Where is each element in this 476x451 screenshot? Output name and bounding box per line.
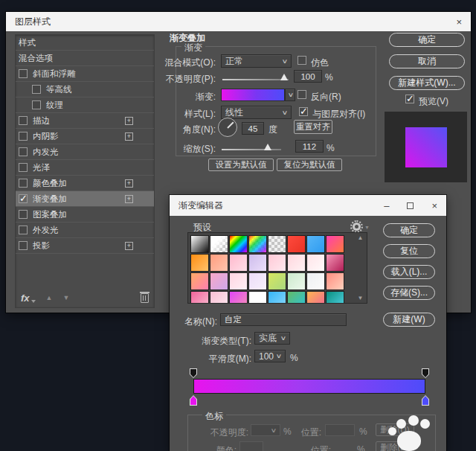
gradient-preset-swatch[interactable] xyxy=(306,235,325,253)
gradient-preset-swatch[interactable] xyxy=(326,291,344,304)
gradient-preset-swatch[interactable] xyxy=(229,254,248,272)
gradient-preset-swatch[interactable] xyxy=(248,272,267,290)
gradient-preset-swatch[interactable] xyxy=(210,272,228,290)
move-down-icon[interactable]: ▼ xyxy=(62,294,69,301)
ok-button[interactable]: 确定 xyxy=(383,223,435,237)
ok-button[interactable]: 确定 xyxy=(389,33,465,47)
gradient-preset-swatch[interactable] xyxy=(248,235,267,253)
plus-icon[interactable]: + xyxy=(125,179,133,188)
checkbox[interactable] xyxy=(19,179,28,188)
gradient-preset-swatch[interactable] xyxy=(190,272,209,290)
checkbox[interactable] xyxy=(19,241,28,250)
gradient-editor-titlebar[interactable]: 渐变编辑器 – × xyxy=(170,195,446,216)
sidebar-item-outer-glow[interactable]: 外发光 xyxy=(16,223,154,238)
preset-scrollbar[interactable]: ▲ ▼ xyxy=(356,234,365,301)
sidebar-item-satin[interactable]: 光泽 xyxy=(16,160,154,176)
sidebar-item-color-overlay[interactable]: 颜色叠加 + xyxy=(16,176,154,191)
minimize-icon[interactable]: – xyxy=(384,201,389,211)
checkbox[interactable] xyxy=(19,210,28,219)
checkbox[interactable] xyxy=(19,116,28,125)
scale-value[interactable]: 112 xyxy=(295,140,324,153)
checkbox[interactable] xyxy=(32,85,41,94)
set-default-button[interactable]: 设置为默认值 xyxy=(208,159,274,171)
move-up-icon[interactable]: ▲ xyxy=(46,294,53,301)
gradient-preset-swatch[interactable] xyxy=(268,254,286,272)
plus-icon[interactable]: + xyxy=(125,242,133,250)
gradient-preset-swatch[interactable] xyxy=(248,291,267,304)
gradient-bar[interactable] xyxy=(193,379,425,394)
checkbox[interactable] xyxy=(32,100,41,109)
gear-icon[interactable] xyxy=(353,223,361,231)
gradient-preset-swatch[interactable] xyxy=(306,254,325,272)
gradient-preset-swatch[interactable] xyxy=(287,254,306,272)
reverse-checkbox[interactable] xyxy=(298,90,306,99)
reset-default-button[interactable]: 复位为默认值 xyxy=(277,159,342,171)
gradient-preset-swatch[interactable] xyxy=(190,235,209,253)
caret-down-icon[interactable]: ▼ xyxy=(364,225,370,230)
gradient-preset-swatch[interactable] xyxy=(326,272,344,290)
gradient-preset-swatch[interactable] xyxy=(229,272,248,290)
gradient-preset-swatch[interactable] xyxy=(326,254,344,272)
trash-icon[interactable] xyxy=(141,293,149,303)
dither-checkbox[interactable] xyxy=(298,56,306,65)
sidebar-item-drop-shadow[interactable]: 投影 + xyxy=(16,238,154,254)
angle-value[interactable]: 45 xyxy=(242,122,264,135)
opacity-value[interactable]: 100 xyxy=(294,70,322,83)
sidebar-item-styles[interactable]: 样式 xyxy=(16,35,154,51)
blend-mode-dropdown[interactable]: 正常 ∨ xyxy=(221,54,292,68)
gradient-preset-swatch[interactable] xyxy=(306,272,325,290)
scale-slider[interactable] xyxy=(222,149,281,150)
preview-checkbox[interactable] xyxy=(405,95,414,103)
gradient-preset-swatch[interactable] xyxy=(268,272,286,290)
angle-dial[interactable] xyxy=(218,118,237,137)
gradient-preset-swatch[interactable] xyxy=(210,291,228,304)
cancel-button[interactable]: 取消 xyxy=(389,54,465,68)
gradient-preset-swatch[interactable] xyxy=(287,235,306,253)
scroll-down-icon[interactable]: ▼ xyxy=(358,295,364,301)
checkbox[interactable] xyxy=(19,163,28,172)
checkbox[interactable] xyxy=(19,132,28,141)
scroll-up-icon[interactable]: ▲ xyxy=(358,234,364,241)
opacity-stop-right[interactable] xyxy=(422,368,429,378)
close-icon[interactable]: × xyxy=(456,17,462,27)
gradient-preset-swatch[interactable] xyxy=(268,291,286,304)
new-style-button[interactable]: 新建样式(W)... xyxy=(389,76,465,90)
sidebar-item-pattern-overlay[interactable]: 图案叠加 xyxy=(16,207,154,223)
opacity-slider-thumb[interactable] xyxy=(280,74,288,80)
style-dropdown[interactable]: 线性 ∨ xyxy=(221,106,292,119)
gradient-preset-swatch[interactable] xyxy=(326,235,344,253)
checkbox[interactable] xyxy=(19,194,28,203)
sidebar-item-gradient-overlay[interactable]: 渐变叠加 + xyxy=(16,191,154,207)
opacity-slider[interactable] xyxy=(222,79,289,80)
checkbox[interactable] xyxy=(19,226,28,234)
gradient-preset-swatch[interactable] xyxy=(287,272,306,290)
gradient-preset-swatch[interactable] xyxy=(306,291,325,304)
gradient-preset-swatch[interactable] xyxy=(248,254,267,272)
gradient-preset-swatch[interactable] xyxy=(229,235,248,253)
reset-button[interactable]: 复位 xyxy=(383,244,435,258)
gradient-preset-swatch[interactable] xyxy=(190,254,209,272)
gradient-preset-swatch[interactable] xyxy=(229,291,248,304)
opacity-stop-left[interactable] xyxy=(190,368,197,378)
gradient-type-dropdown[interactable]: 实底 ∨ xyxy=(254,332,290,345)
color-stop-left[interactable] xyxy=(190,395,197,406)
name-input[interactable]: 自定 xyxy=(220,313,347,326)
reset-align-button[interactable]: 重置对齐 xyxy=(294,120,332,134)
save-button[interactable]: 存储(S)... xyxy=(383,286,435,300)
scale-slider-thumb[interactable] xyxy=(264,144,271,150)
gradient-preset-swatch[interactable] xyxy=(268,235,286,253)
align-with-layer-checkbox[interactable] xyxy=(299,107,308,116)
layer-style-titlebar[interactable]: 图层样式 × xyxy=(6,12,471,31)
fx-menu-icon[interactable]: fx xyxy=(21,292,36,304)
stop-color-swatch[interactable] xyxy=(239,441,263,451)
gradient-swatch[interactable] xyxy=(221,89,285,101)
plus-icon[interactable]: + xyxy=(125,195,133,203)
gradient-preset-swatch[interactable] xyxy=(210,254,228,272)
color-stop-right[interactable] xyxy=(422,395,429,406)
load-button[interactable]: 载入(L)... xyxy=(383,265,435,279)
new-button[interactable]: 新建(W) xyxy=(383,313,435,327)
gradient-preset-swatch[interactable] xyxy=(190,291,209,304)
maximize-icon[interactable] xyxy=(407,202,414,209)
gradient-preset-swatch[interactable] xyxy=(210,235,228,253)
gradient-picker-arrow[interactable]: ∨ xyxy=(285,89,295,101)
